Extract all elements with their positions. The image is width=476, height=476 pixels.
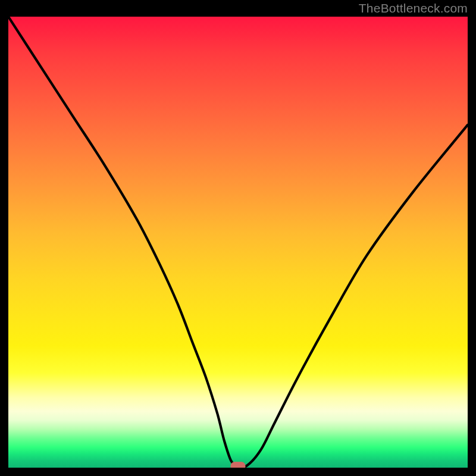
chart-svg [8,17,468,468]
watermark-text: TheBottleneck.com [359,1,468,15]
plot-area [8,17,468,468]
optimal-point-marker [231,462,245,468]
chart-frame: TheBottleneck.com [0,0,476,476]
bottleneck-curve [8,17,468,467]
